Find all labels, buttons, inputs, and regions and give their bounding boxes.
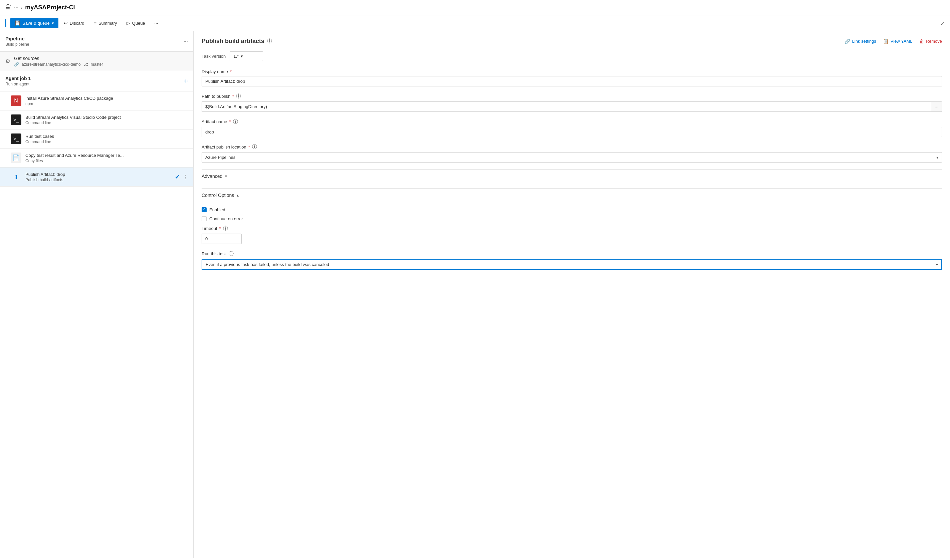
enabled-checkbox[interactable] [202, 207, 206, 212]
test-task-name: Run test cases [25, 134, 188, 139]
run-this-task-row: Run this task ⓘ Even if a previous task … [202, 251, 942, 270]
save-queue-button[interactable]: 💾 Save & queue ▾ [10, 18, 59, 28]
path-input-container: ··· [202, 102, 942, 112]
discard-icon: ↩ [64, 20, 68, 26]
summary-icon: ≡ [94, 20, 97, 26]
collapse-icon[interactable]: ⤢ [940, 20, 945, 26]
task-kebab-icon[interactable]: ⋮ [183, 174, 188, 180]
task-item-test[interactable]: >_ Run test cases Command line [0, 129, 193, 149]
yaml-icon: 📋 [883, 39, 888, 44]
link-settings-label: Link settings [852, 39, 876, 44]
timeout-label: Timeout [202, 226, 217, 231]
panel-title: Publish build artifacts [202, 38, 264, 45]
pipeline-more-icon[interactable]: ··· [183, 38, 188, 45]
right-panel: Publish build artifacts ⓘ 🔗 Link setting… [194, 31, 950, 558]
artifact-location-row: Artifact publish location * ⓘ Azure Pipe… [202, 144, 942, 163]
artifact-name-row: Artifact name * ⓘ [202, 118, 942, 137]
toolbar-accent [5, 19, 6, 27]
continue-on-error-checkbox[interactable] [202, 216, 206, 221]
path-info-icon[interactable]: ⓘ [236, 93, 241, 100]
task-item-copy[interactable]: 📄 Copy test result and Azure Resource Ma… [0, 149, 193, 168]
advanced-section-toggle[interactable]: Advanced ▾ [202, 169, 942, 183]
repo-name: azure-streamanalytics-cicd-demo [22, 62, 81, 67]
task-version-select[interactable]: 1.* ▾ [229, 51, 263, 61]
continue-on-error-label: Continue on error [209, 216, 243, 221]
copy-task-icon: 📄 [11, 152, 22, 163]
pipeline-subtitle: Build pipeline [5, 42, 29, 47]
run-task-select[interactable]: Even if a previous task has failed, unle… [202, 259, 942, 270]
artifact-name-input[interactable] [202, 127, 942, 137]
artifact-name-info-icon[interactable]: ⓘ [233, 118, 238, 125]
main-layout: Pipeline Build pipeline ··· ⚙ Get source… [0, 31, 950, 558]
path-to-publish-row: Path to publish * ⓘ ··· [202, 93, 942, 112]
control-options-section-toggle[interactable]: Control Options ▴ [202, 188, 942, 202]
display-name-label: Display name [202, 69, 228, 74]
path-to-publish-label: Path to publish [202, 94, 230, 99]
display-name-required: * [230, 69, 232, 74]
advanced-chevron-icon: ▾ [225, 174, 227, 178]
artifact-name-label: Artifact name [202, 119, 227, 124]
timeout-info-icon[interactable]: ⓘ [223, 225, 228, 232]
test-task-subtitle: Command line [25, 140, 188, 144]
task-item-npm[interactable]: N Install Azure Stream Analytics CI/CD p… [0, 91, 193, 111]
top-dots[interactable]: ··· [14, 5, 18, 11]
run-task-label: Run this task [202, 251, 227, 256]
build-task-name: Build Stream Analytics Visual Studio Cod… [25, 115, 188, 120]
display-name-row: Display name * [202, 69, 942, 86]
agent-job-subtitle: Run on agent [5, 82, 31, 86]
get-sources-label: Get sources [14, 56, 103, 61]
timeout-input[interactable] [202, 234, 242, 244]
summary-button[interactable]: ≡ Summary [90, 18, 121, 28]
path-required: * [232, 94, 234, 99]
panel-info-icon[interactable]: ⓘ [267, 38, 272, 45]
npm-task-name: Install Azure Stream Analytics CI/CD pac… [25, 96, 188, 101]
agent-job-header: Agent job 1 Run on agent + [0, 71, 193, 91]
artifact-name-required: * [229, 119, 231, 124]
top-bar: 🏛 ··· › myASAProject-CI [0, 0, 950, 15]
get-sources-meta: 🔗 azure-streamanalytics-cicd-demo ⎇ mast… [14, 62, 103, 67]
remove-icon: 🗑 [919, 39, 924, 44]
task-item-build[interactable]: >_ Build Stream Analytics Visual Studio … [0, 111, 193, 129]
panel-header: Publish build artifacts ⓘ 🔗 Link setting… [202, 38, 942, 45]
build-task-icon: >_ [11, 114, 22, 125]
view-yaml-label: View YAML [891, 39, 913, 44]
more-button[interactable]: ··· [151, 19, 162, 28]
copy-task-name: Copy test result and Azure Resource Mana… [25, 153, 188, 158]
continue-on-error-row: Continue on error [202, 216, 942, 221]
path-dots-button[interactable]: ··· [931, 102, 942, 112]
run-task-info-icon[interactable]: ⓘ [229, 251, 234, 257]
enabled-label: Enabled [209, 207, 225, 212]
timeout-row: Timeout * ⓘ [202, 225, 942, 244]
artifact-location-label: Artifact publish location [202, 145, 246, 149]
remove-button[interactable]: 🗑 Remove [919, 39, 942, 44]
test-task-icon: >_ [11, 134, 22, 144]
save-icon: 💾 [15, 20, 20, 26]
queue-button[interactable]: ▷ Queue [123, 18, 149, 28]
task-item-publish[interactable]: ⬆ Publish Artifact: drop Publish build a… [0, 168, 193, 186]
discard-label: Discard [70, 21, 85, 26]
link-settings-button[interactable]: 🔗 Link settings [845, 39, 876, 44]
artifact-location-select[interactable]: Azure Pipelines ▾ [202, 152, 942, 163]
build-task-subtitle: Command line [25, 120, 188, 125]
task-check-icon: ✔ [175, 173, 180, 180]
artifact-location-value: Azure Pipelines [205, 155, 236, 160]
more-dots: ··· [154, 21, 158, 26]
get-sources-item[interactable]: ⚙ Get sources 🔗 azure-streamanalytics-ci… [0, 52, 193, 71]
view-yaml-button[interactable]: 📋 View YAML [883, 39, 913, 44]
path-to-publish-input[interactable] [202, 102, 931, 112]
npm-task-icon: N [11, 95, 22, 106]
artifact-location-info-icon[interactable]: ⓘ [252, 144, 257, 150]
npm-task-subtitle: npm [25, 102, 188, 106]
save-queue-chevron: ▾ [52, 21, 54, 26]
summary-label: Summary [99, 21, 117, 26]
discard-button[interactable]: ↩ Discard [60, 18, 88, 28]
add-task-button[interactable]: + [184, 77, 188, 85]
toolbar: 💾 Save & queue ▾ ↩ Discard ≡ Summary ▷ Q… [0, 15, 950, 31]
save-queue-label: Save & queue [22, 21, 50, 26]
control-options-chevron-icon: ▴ [237, 193, 239, 198]
left-panel: Pipeline Build pipeline ··· ⚙ Get source… [0, 31, 194, 558]
task-version-value: 1.* [233, 54, 239, 59]
artifact-location-chevron: ▾ [936, 155, 938, 160]
display-name-input[interactable] [202, 76, 942, 86]
task-version-row: Task version 1.* ▾ [202, 51, 942, 61]
